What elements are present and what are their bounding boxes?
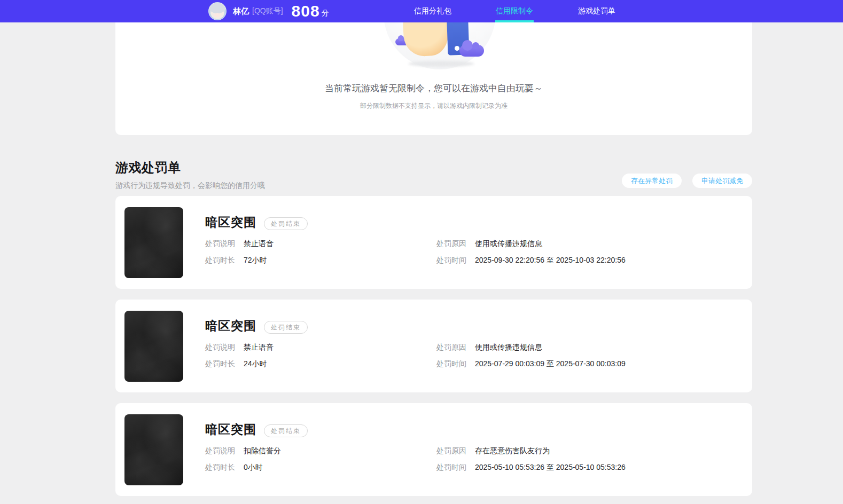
status-badge: 处罚结束 bbox=[264, 424, 308, 437]
dot-icon bbox=[455, 46, 459, 51]
tab-credit-gift[interactable]: 信用分礼包 bbox=[414, 0, 451, 22]
user-info: 林亿 [QQ账号] 808 分 bbox=[208, 0, 329, 22]
penalty-desc-field: 处罚说明 扣除信誉分 bbox=[205, 445, 281, 456]
field-value: 禁止语音 bbox=[244, 238, 274, 249]
penalty-relief-button[interactable]: 申请处罚减免 bbox=[692, 174, 752, 188]
penalty-desc-field: 处罚说明 禁止语音 bbox=[205, 342, 274, 352]
tab-credit-restriction-label: 信用限制令 bbox=[496, 6, 533, 16]
restriction-note: 部分限制数据不支持显示，请以游戏内限制记录为准 bbox=[115, 101, 752, 111]
penalty-card: 暗区突围 处罚结束 处罚说明 扣除信誉分 处罚时长 0小时 处罚原因 存在恶意伤… bbox=[115, 403, 752, 496]
field-value: 2025-09-30 22:20:56 至 2025-10-03 22:20:5… bbox=[475, 255, 626, 265]
field-label: 处罚说明 bbox=[205, 238, 235, 249]
field-value: 禁止语音 bbox=[244, 342, 274, 352]
field-label: 处罚时长 bbox=[205, 255, 235, 265]
field-label: 处罚时间 bbox=[436, 358, 466, 369]
penalty-desc-field: 处罚说明 禁止语音 bbox=[205, 238, 274, 249]
field-label: 处罚说明 bbox=[205, 445, 235, 456]
header-actions: 存在异常处罚 申请处罚减免 bbox=[622, 174, 752, 188]
field-value: 24小时 bbox=[244, 358, 267, 369]
restriction-panel: 当前常玩游戏暂无限制令，您可以在游戏中自由玩耍～ 部分限制数据不支持显示，请以游… bbox=[115, 22, 752, 135]
field-value: 存在恶意伤害队友行为 bbox=[475, 445, 550, 456]
status-badge: 处罚结束 bbox=[264, 217, 308, 230]
game-title: 暗区突围 bbox=[205, 318, 256, 334]
top-navbar: 林亿 [QQ账号] 808 分 信用分礼包 信用限制令 游戏处罚单 bbox=[0, 0, 843, 22]
penalty-reason-field: 处罚原因 使用或传播违规信息 bbox=[436, 342, 542, 352]
game-title: 暗区突围 bbox=[205, 421, 256, 437]
game-thumbnail bbox=[124, 207, 183, 278]
field-label: 处罚原因 bbox=[436, 238, 466, 249]
penalty-section-header: 游戏处罚单 游戏行为违规导致处罚，会影响您的信用分哦 存在异常处罚 申请处罚减免 bbox=[115, 159, 752, 190]
penalty-card: 暗区突围 处罚结束 处罚说明 禁止语音 处罚时长 24小时 处罚原因 使用或传播… bbox=[115, 300, 752, 392]
credit-score: 808 bbox=[292, 2, 320, 20]
penalty-duration-field: 处罚时长 0小时 bbox=[205, 462, 263, 472]
field-label: 处罚原因 bbox=[436, 445, 466, 456]
field-label: 处罚时长 bbox=[205, 358, 235, 369]
account-type-label: [QQ账号] bbox=[252, 6, 283, 16]
penalty-duration-field: 处罚时长 72小时 bbox=[205, 255, 267, 265]
cloud-icon bbox=[459, 45, 484, 57]
field-label: 处罚原因 bbox=[436, 342, 466, 352]
credit-score-unit: 分 bbox=[322, 9, 329, 18]
penalty-time-field: 处罚时间 2025-05-10 05:53:26 至 2025-05-10 05… bbox=[436, 462, 626, 472]
penalty-duration-field: 处罚时长 24小时 bbox=[205, 358, 267, 369]
field-value: 0小时 bbox=[244, 462, 263, 472]
penalty-time-field: 处罚时间 2025-09-30 22:20:56 至 2025-10-03 22… bbox=[436, 255, 626, 265]
field-value: 2025-05-10 05:53:26 至 2025-05-10 05:53:2… bbox=[475, 462, 626, 472]
game-thumbnail bbox=[124, 311, 183, 382]
no-restriction-message: 当前常玩游戏暂无限制令，您可以在游戏中自由玩耍～ bbox=[115, 82, 752, 94]
penalty-reason-field: 处罚原因 使用或传播违规信息 bbox=[436, 238, 542, 249]
field-value: 72小时 bbox=[244, 255, 267, 265]
penalty-time-field: 处罚时间 2025-07-29 00:03:09 至 2025-07-30 00… bbox=[436, 358, 626, 369]
status-badge: 处罚结束 bbox=[264, 321, 308, 334]
field-label: 处罚说明 bbox=[205, 342, 235, 352]
field-value: 扣除信誉分 bbox=[244, 445, 281, 456]
field-value: 2025-07-29 00:03:09 至 2025-07-30 00:03:0… bbox=[475, 358, 626, 369]
user-name: 林亿 bbox=[233, 6, 249, 17]
abnormal-penalty-button[interactable]: 存在异常处罚 bbox=[622, 174, 682, 188]
penalty-card: 暗区突围 处罚结束 处罚说明 禁止语音 处罚时长 72小时 处罚原因 使用或传播… bbox=[115, 196, 752, 289]
penalty-reason-field: 处罚原因 存在恶意伤害队友行为 bbox=[436, 445, 550, 456]
tab-penalty-list[interactable]: 游戏处罚单 bbox=[578, 0, 615, 22]
field-label: 处罚时长 bbox=[205, 462, 235, 472]
game-title: 暗区突围 bbox=[205, 214, 256, 230]
illustration-shadow bbox=[408, 61, 474, 67]
tab-credit-restriction[interactable]: 信用限制令 bbox=[496, 0, 533, 22]
user-avatar[interactable] bbox=[208, 2, 227, 20]
field-label: 处罚时间 bbox=[436, 255, 466, 265]
game-thumbnail bbox=[124, 414, 183, 485]
field-value: 使用或传播违规信息 bbox=[475, 238, 542, 249]
field-label: 处罚时间 bbox=[436, 462, 466, 472]
field-value: 使用或传播违规信息 bbox=[475, 342, 542, 352]
